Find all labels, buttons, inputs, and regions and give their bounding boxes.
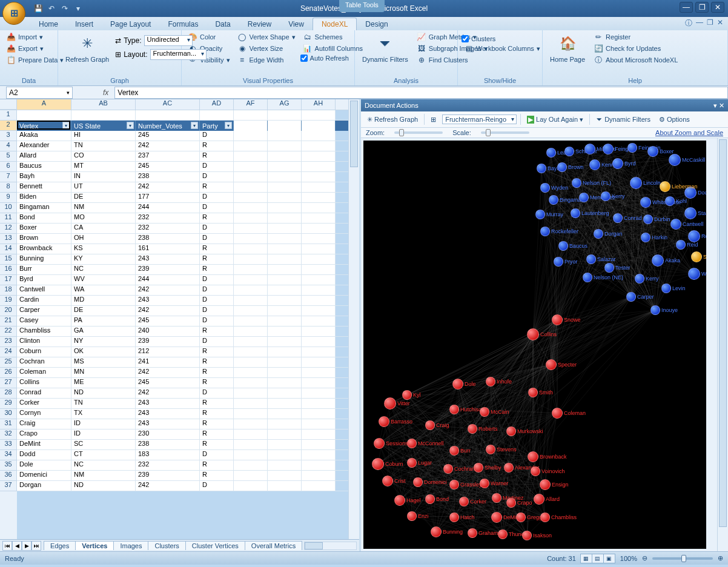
graph-node[interactable]: [528, 388, 538, 397]
redo-icon[interactable]: ↷: [59, 3, 70, 14]
graph-node[interactable]: [572, 178, 581, 188]
graph-node[interactable]: [449, 446, 459, 456]
table-row[interactable]: CarperDE242D: [17, 306, 348, 316]
graph-node[interactable]: [425, 494, 435, 504]
graph-node[interactable]: [407, 439, 417, 448]
home-page-button[interactable]: 🏠Home Page: [546, 31, 589, 76]
col-A[interactable]: A: [17, 99, 71, 110]
graph-node[interactable]: [506, 498, 516, 508]
graph-node[interactable]: [691, 251, 702, 262]
vertical-scrollbar[interactable]: [348, 99, 359, 539]
graph-node[interactable]: [613, 213, 623, 223]
tab-review[interactable]: Review: [239, 18, 280, 30]
graph-node[interactable]: [583, 273, 592, 282]
graph-node[interactable]: [647, 146, 658, 157]
graph-node[interactable]: [382, 476, 393, 486]
close-button[interactable]: ✕: [711, 2, 724, 13]
close-workbook-icon[interactable]: ✕: [717, 18, 723, 28]
table-row[interactable]: BingamanNM244D: [17, 203, 348, 213]
filter-dropdown-icon[interactable]: ▾: [191, 122, 198, 129]
graph-node[interactable]: [431, 526, 442, 537]
register-button[interactable]: ✏Register: [591, 31, 680, 42]
graph-node[interactable]: [468, 528, 477, 538]
col-AG[interactable]: AG: [268, 99, 302, 110]
type-select[interactable]: Undirected: [144, 35, 193, 46]
graph-node[interactable]: [627, 143, 637, 153]
table-row[interactable]: CollinsME245R: [17, 378, 348, 388]
minimize-ribbon-icon[interactable]: —: [696, 18, 703, 28]
graph-node[interactable]: [546, 359, 557, 370]
about-button[interactable]: ⓘAbout Microsoft NodeXL: [591, 55, 680, 65]
graph-node[interactable]: [684, 187, 697, 199]
graph-visualization[interactable]: LeahySchumerMikulskiFeingoldFeinsteinBox…: [363, 141, 706, 549]
layout-select[interactable]: Fruchterman...: [150, 49, 207, 60]
table-row[interactable]: DomeniciNM239R: [17, 471, 348, 481]
scale-slider[interactable]: [481, 131, 529, 134]
graph-node[interactable]: [379, 416, 389, 427]
graph-node[interactable]: [413, 477, 423, 487]
filter-dropdown-icon[interactable]: ▾: [225, 122, 232, 129]
table-row[interactable]: DorganND242D: [17, 481, 348, 491]
name-box[interactable]: A2▾: [6, 87, 73, 99]
graph-node[interactable]: [643, 214, 653, 224]
graph-node[interactable]: [449, 480, 459, 489]
graph-node[interactable]: [372, 458, 384, 470]
pane-layout-icon-btn[interactable]: ⊞: [428, 115, 438, 124]
table-row[interactable]: DoddCT183D: [17, 450, 348, 460]
table-row[interactable]: CoburnOK212R: [17, 347, 348, 357]
graph-node[interactable]: [640, 197, 651, 208]
tab-insert[interactable]: Insert: [67, 18, 102, 30]
import-button[interactable]: 📥Import ▾: [4, 31, 66, 42]
graph-node[interactable]: [384, 397, 396, 409]
zoom-out-button[interactable]: ⊖: [642, 554, 647, 562]
filter-dropdown-icon[interactable]: ▾: [127, 122, 134, 129]
table-row[interactable]: CrapoID230R: [17, 429, 348, 440]
tab-formulas[interactable]: Formulas: [159, 18, 207, 30]
table-row[interactable]: DoleNC232R: [17, 460, 348, 471]
sheet-nav-prev[interactable]: ◀: [12, 541, 22, 551]
table-row[interactable]: BrownbackKS161R: [17, 244, 348, 254]
table-row[interactable]: AkakaHI245D: [17, 131, 348, 141]
dynamic-filters-button[interactable]: ⏷Dynamic Filters: [359, 31, 412, 76]
graph-node[interactable]: [540, 227, 550, 236]
graph-node[interactable]: [516, 512, 526, 522]
tab-design[interactable]: Design: [357, 18, 396, 30]
table-header[interactable]: Number_Votes▾: [136, 121, 200, 131]
graph-node[interactable]: [537, 164, 546, 173]
graph-node[interactable]: [630, 177, 642, 189]
help-icon[interactable]: ⓘ: [685, 18, 692, 28]
table-row[interactable]: ClintonNY239D: [17, 337, 348, 347]
table-row[interactable]: DeMintSC238R: [17, 440, 348, 450]
graph-node[interactable]: [589, 159, 600, 170]
formula-input[interactable]: [114, 87, 728, 99]
minimize-button[interactable]: —: [680, 2, 693, 13]
horizontal-scrollbar[interactable]: [304, 542, 357, 550]
graph-node[interactable]: [669, 154, 681, 166]
sheet-nav-first[interactable]: ⏮: [2, 541, 12, 551]
zoom-in-button[interactable]: ⊕: [718, 554, 723, 562]
table-row[interactable]: BondMO232R: [17, 213, 348, 224]
table-row[interactable]: CornynTX243R: [17, 409, 348, 419]
table-row[interactable]: BunningKY243R: [17, 254, 348, 265]
table-row[interactable]: CochranMS241R: [17, 357, 348, 368]
graph-node[interactable]: [498, 529, 508, 539]
graph-node[interactable]: [552, 408, 563, 419]
graph-node[interactable]: [531, 466, 540, 476]
graph-node[interactable]: [558, 241, 568, 251]
table-row[interactable]: BayhIN238D: [17, 172, 348, 182]
graph-node[interactable]: [635, 274, 644, 284]
edge-width-button[interactable]: ≡Edge Width: [235, 55, 298, 65]
sheet-nav-last[interactable]: ⏭: [31, 541, 41, 551]
graph-node[interactable]: [407, 458, 417, 468]
col-AC[interactable]: AC: [136, 99, 200, 110]
check-updates-button[interactable]: 🔄Check for Updates: [591, 43, 680, 54]
sheet-tab[interactable]: Clusters: [148, 541, 185, 550]
tab-view[interactable]: View: [280, 18, 313, 30]
table-row[interactable]: ChamblissGA240R: [17, 327, 348, 337]
vertex-size-button[interactable]: ◉Vertex Size: [235, 43, 298, 54]
table-row[interactable]: AllardCO237R: [17, 151, 348, 162]
graph-node[interactable]: [579, 193, 589, 202]
tab-home[interactable]: Home: [30, 18, 67, 30]
tab-data[interactable]: Data: [207, 18, 239, 30]
graph-node[interactable]: [604, 263, 614, 273]
